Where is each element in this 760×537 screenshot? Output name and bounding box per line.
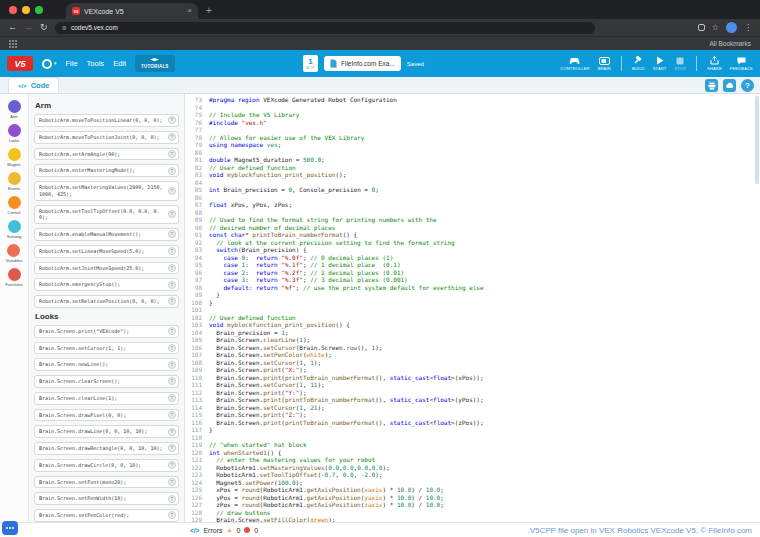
help-icon[interactable]: ? [168, 167, 176, 175]
code-line[interactable]: 116 Brain.Screen.print(printToBrain_numb… [185, 419, 760, 427]
code-line[interactable]: 104 Brain_precision = 1; [185, 329, 760, 337]
code-line[interactable]: 82// User defined function [185, 164, 760, 172]
profile-avatar[interactable] [726, 22, 737, 33]
controller-button[interactable]: CONTROLLER [560, 57, 589, 71]
code-line[interactable]: 84 [185, 179, 760, 187]
code-line[interactable]: 123 RoboticArm1.setToolTipOffset(-0.7, 0… [185, 471, 760, 479]
all-bookmarks-button[interactable]: All Bookmarks [709, 40, 751, 47]
help-icon[interactable]: ? [168, 264, 176, 272]
window-zoom-button[interactable] [35, 6, 43, 14]
code-line[interactable]: 90// desired number of decimal places [185, 224, 760, 232]
code-line[interactable]: 117} [185, 426, 760, 434]
code-line[interactable]: 114 Brain.Screen.setCursor(1, 21); [185, 404, 760, 412]
menu-edit[interactable]: Edit [113, 59, 126, 68]
help-icon[interactable]: ? [168, 377, 176, 385]
code-line[interactable]: 77 [185, 126, 760, 134]
code-line[interactable]: 119// "when started" hat block [185, 441, 760, 449]
device-selector[interactable]: ▾ [42, 59, 57, 69]
menu-tools[interactable]: Tools [87, 59, 105, 68]
command-pill[interactable]: Brain.Screen.drawPixel(0, 0);? [34, 409, 179, 422]
url-bar[interactable]: ⚙ codev5.vex.com [55, 22, 595, 34]
command-pill[interactable]: RoboticArm.setRelativePosition(0, 0, 0);… [34, 295, 179, 308]
code-editor[interactable]: 73#pragma region VEXcode Generated Robot… [185, 94, 760, 522]
code-line[interactable]: 79using namespace vex; [185, 141, 760, 149]
code-line[interactable]: 75// Include the V5 Library [185, 111, 760, 119]
print-button[interactable] [705, 79, 718, 92]
command-pill[interactable]: Brain.Screen.clearLine(1);? [34, 392, 179, 405]
code-line[interactable]: 89// Used to find the format string for … [185, 216, 760, 224]
code-line[interactable]: 127 zPos = round(RoboticArm1.getAxisPosi… [185, 501, 760, 509]
help-icon[interactable]: ? [168, 344, 176, 352]
code-line[interactable]: 88 [185, 209, 760, 217]
reload-icon[interactable]: ↻ [40, 23, 48, 32]
help-icon[interactable]: ? [168, 297, 176, 305]
code-line[interactable]: 122 RoboticArm1.setMasteringValues(0.0,0… [185, 464, 760, 472]
code-line[interactable]: 103void myblockfunction_print_position()… [185, 321, 760, 329]
code-line[interactable]: 96 case 2: return "%.2f"; // 2 decimal p… [185, 269, 760, 277]
help-icon[interactable]: ? [168, 411, 176, 419]
code-line[interactable]: 92 // look at the current precision sett… [185, 239, 760, 247]
code-line[interactable]: 99 } [185, 291, 760, 299]
category-sensing[interactable]: Sensing [7, 220, 21, 239]
help-button[interactable]: ? [741, 79, 754, 92]
code-line[interactable]: 85int Brain_precision = 0, Console_preci… [185, 186, 760, 194]
help-icon[interactable]: ? [168, 133, 176, 141]
command-pill[interactable]: Brain.Screen.setCursor(1, 1);? [34, 342, 179, 355]
code-line[interactable]: 73#pragma region VEXcode Generated Robot… [185, 96, 760, 104]
window-minimize-button[interactable] [22, 6, 30, 14]
code-line[interactable]: 112 Brain.Screen.print("Y:"); [185, 389, 760, 397]
command-pill[interactable]: RoboticArm.enterMasteringMode();? [34, 164, 179, 177]
tab-code[interactable]: </> Code [8, 77, 59, 93]
help-icon[interactable]: ? [168, 444, 176, 452]
command-pill[interactable]: RoboticArm.setMasteringValues(2000, 2150… [34, 181, 179, 201]
code-line[interactable]: 107 Brain.Screen.setPenColor(white); [185, 351, 760, 359]
code-line[interactable]: 94 case 0: return "%.0f"; // 0 decimal p… [185, 254, 760, 262]
cloud-button[interactable] [723, 79, 736, 92]
help-icon[interactable]: ? [168, 187, 176, 195]
brain-button[interactable]: BRAIN [598, 57, 611, 71]
category-control[interactable]: Control [8, 196, 21, 215]
code-line[interactable]: 110 Brain.Screen.print(printToBrain_numb… [185, 374, 760, 382]
code-line[interactable]: 95 case 1: return "%.1f"; // 1 decimal p… [185, 261, 760, 269]
code-line[interactable]: 100} [185, 299, 760, 307]
help-icon[interactable]: ? [168, 150, 176, 158]
code-line[interactable]: 80 [185, 149, 760, 157]
command-pill[interactable]: Brain.Screen.drawCircle(0, 0, 10);? [34, 459, 179, 472]
code-line[interactable]: 74 [185, 104, 760, 112]
code-line[interactable]: 91const char* printToBrain_numberFormat(… [185, 231, 760, 239]
tutorials-button[interactable]: TUTORIALS [135, 55, 174, 72]
code-line[interactable]: 115 Brain.Screen.print("Z:"); [185, 411, 760, 419]
command-pill[interactable]: RoboticArm.emergencyStop();? [34, 278, 179, 291]
help-icon[interactable]: ? [168, 116, 176, 124]
command-pill[interactable]: RoboticArm.enableManualMovement();? [34, 228, 179, 241]
category-events[interactable]: Events [8, 172, 21, 191]
code-line[interactable]: 108 Brain.Screen.setCursor(1, 1); [185, 359, 760, 367]
category-variables[interactable]: Variables [6, 244, 22, 263]
help-icon[interactable]: ? [168, 511, 176, 519]
code-line[interactable]: 86 [185, 194, 760, 202]
bookmark-star-icon[interactable]: ☆ [712, 24, 719, 32]
share-button[interactable]: SHARE [707, 56, 722, 71]
code-line[interactable]: 81double Magnet5_duration = 500.0; [185, 156, 760, 164]
code-line[interactable]: 97 case 3: return "%.3f"; // 3 decimal p… [185, 276, 760, 284]
slot-indicator[interactable]: 1 SLOT [303, 55, 318, 72]
help-icon[interactable]: ? [168, 247, 176, 255]
tab-close-icon[interactable]: × [187, 7, 192, 15]
code-line[interactable]: 93 switch(Brain_precision) { [185, 246, 760, 254]
help-icon[interactable]: ? [168, 327, 176, 335]
apps-grid-icon[interactable] [9, 40, 17, 48]
help-icon[interactable]: ? [168, 495, 176, 503]
code-line[interactable]: 101 [185, 306, 760, 314]
command-pill[interactable]: RoboticArm.setArmAngle(90);? [34, 148, 179, 161]
code-line[interactable]: 98 default: return "%f"; // use the prin… [185, 284, 760, 292]
code-line[interactable]: 120int whenStarted1() { [185, 449, 760, 457]
editor-scrollbar[interactable] [755, 96, 759, 520]
category-functions[interactable]: Functions [5, 268, 22, 287]
help-icon[interactable]: ? [168, 428, 176, 436]
forward-icon[interactable]: → [24, 23, 33, 32]
code-line[interactable]: 78// Allows for easier use of the VEX Li… [185, 134, 760, 142]
command-pill[interactable]: Brain.Screen.drawRectangle(0, 0, 10, 10)… [34, 442, 179, 455]
code-line[interactable]: 128 // draw buttons [185, 509, 760, 517]
command-pill[interactable]: RoboticArm.setJointMoveSpeed(25.0);? [34, 262, 179, 275]
code-line[interactable]: 125 xPos = round(RoboticArm1.getAxisPosi… [185, 486, 760, 494]
